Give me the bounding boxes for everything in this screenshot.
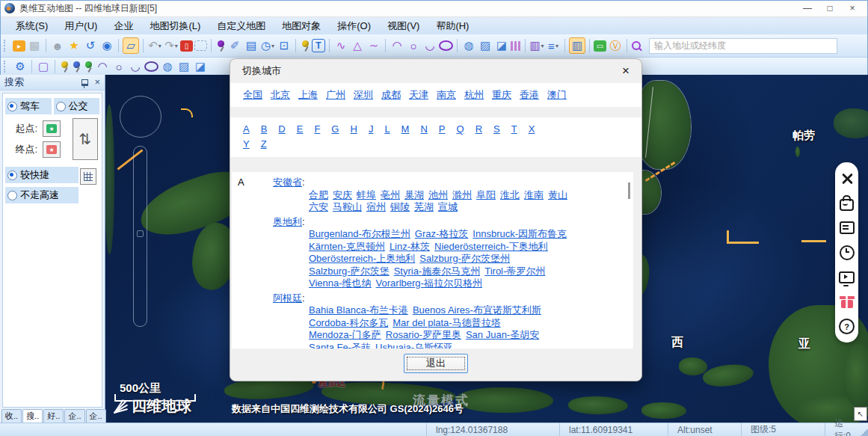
city-link[interactable]: Oberösterreich-上奥地利	[309, 253, 415, 265]
card-button[interactable]	[835, 215, 858, 240]
text-tool-icon[interactable]: T	[312, 39, 325, 52]
city-link[interactable]: 池州	[428, 189, 448, 202]
fill-circle-icon-2[interactable]: ◍	[160, 59, 175, 74]
hot-city-link[interactable]: 北京	[271, 88, 290, 102]
pushpin-blue-icon[interactable]	[71, 61, 81, 73]
arc-icon-2[interactable]: ◠	[95, 59, 110, 74]
menu-item-7[interactable]: 视图(V)	[379, 18, 428, 34]
letter-link[interactable]: E	[297, 123, 304, 135]
document-icon[interactable]: ▢	[36, 59, 51, 74]
letter-link[interactable]: Q	[457, 123, 464, 135]
sidebar-close-icon[interactable]: ×	[94, 78, 100, 87]
letter-link[interactable]: Y	[243, 138, 250, 150]
vip-icon[interactable]: Ⓥ	[608, 38, 623, 53]
letter-link[interactable]: D	[278, 123, 285, 135]
city-link[interactable]: 淮北	[500, 189, 520, 202]
city-link[interactable]: Salzburg-萨尔茨堡	[309, 265, 390, 278]
sidebar-tab-1[interactable]: 搜..	[22, 409, 43, 423]
pin-icon[interactable]	[81, 79, 88, 86]
city-link[interactable]: Kärnten-克恩顿州	[309, 241, 385, 254]
city-link[interactable]: Santa Fe-圣菲	[309, 342, 371, 349]
city-link[interactable]: Niederösterreich-下奥地利	[434, 241, 548, 254]
radio-selected-icon[interactable]	[7, 171, 17, 180]
parallel-lines-icon[interactable]	[511, 41, 513, 51]
panel-active-icon[interactable]: ▥	[569, 37, 585, 54]
menu-item-3[interactable]: 地图切换(L)	[141, 18, 209, 34]
resize-grip-icon[interactable]	[859, 423, 868, 436]
fill-circle-icon[interactable]: ◍	[461, 38, 476, 53]
minimize-button[interactable]: —	[796, 1, 819, 16]
city-link[interactable]: Bahia Blanca-布兰卡港	[309, 304, 408, 317]
route-option-fast[interactable]: 较快捷	[5, 167, 79, 183]
city-link[interactable]: Rosario-罗萨里奥	[386, 329, 461, 342]
region-link[interactable]: 阿根廷	[273, 292, 302, 304]
menu-item-1[interactable]: 用户(U)	[56, 18, 105, 34]
dropdown-arrow-icon[interactable]: ▾	[158, 43, 161, 49]
city-link[interactable]: Graz-格拉茨	[415, 228, 469, 241]
city-link[interactable]: 亳州	[381, 189, 400, 202]
city-link[interactable]: Mar del plata-马德普拉塔	[393, 317, 500, 330]
scrollbar-thumb[interactable]	[628, 182, 630, 199]
hot-city-link[interactable]: 上海	[298, 88, 318, 102]
compass-control[interactable]	[120, 96, 161, 138]
city-link[interactable]: 黄山	[548, 189, 567, 202]
city-link[interactable]: Ushuaia-乌斯怀亚	[375, 342, 453, 349]
city-link[interactable]: Linz-林茨	[390, 241, 430, 254]
dropdown-arrow-icon[interactable]: ▾	[271, 43, 274, 49]
city-link[interactable]: San Juan-圣胡安	[466, 329, 539, 342]
city-link[interactable]: 马鞍山	[333, 201, 362, 214]
pushpin-yellow-icon[interactable]	[59, 61, 70, 73]
end-point-button[interactable]: ★	[43, 141, 61, 158]
menu-item-5[interactable]: 地图对象	[274, 18, 329, 34]
city-link[interactable]: 安庆	[333, 189, 352, 202]
dropdown-arrow-icon[interactable]: ▾	[555, 43, 558, 49]
globe-icon[interactable]: ◉	[99, 38, 114, 53]
sidebar-tab-3[interactable]: 企..	[64, 409, 84, 423]
city-link[interactable]: 淮南	[524, 189, 544, 202]
chat-icon[interactable]: ▭	[594, 40, 606, 52]
menu-item-6[interactable]: 操作(O)	[329, 18, 379, 34]
list-icon[interactable]: ≡▾	[546, 38, 561, 53]
pushpin-green-icon[interactable]	[83, 61, 93, 73]
curve-icon[interactable]: ∼	[366, 38, 381, 53]
fill-polygon-icon[interactable]: ◪	[494, 38, 509, 53]
city-link[interactable]: Burgenland-布尔根兰州	[309, 228, 410, 241]
panel-icon[interactable]: ▥▾	[529, 38, 544, 53]
shop-bag-button[interactable]	[835, 191, 858, 215]
route-icon[interactable]: ↺	[83, 38, 98, 53]
letter-link[interactable]: L	[384, 123, 390, 135]
region-link[interactable]: 安徽省	[273, 176, 302, 188]
city-link[interactable]: Vorarlberg-福拉尔贝格州	[376, 277, 482, 290]
letter-link[interactable]: H	[350, 123, 357, 135]
route-settings-mini-button[interactable]	[80, 168, 96, 185]
swap-points-button[interactable]: ⇅	[73, 118, 98, 160]
zoom-slider[interactable]	[133, 146, 147, 327]
letter-link[interactable]: J	[369, 123, 374, 135]
gift-button[interactable]	[835, 289, 858, 314]
city-link[interactable]: 滁州	[452, 189, 472, 202]
letter-link[interactable]: X	[529, 123, 535, 135]
city-link[interactable]: 铜陵	[390, 201, 410, 214]
close-button[interactable]: ×	[841, 1, 864, 16]
letter-link[interactable]: Z	[261, 138, 267, 150]
city-link[interactable]: Buenos Aires-布宜诺斯艾利斯	[413, 304, 541, 317]
pushpin-icon[interactable]	[300, 40, 310, 52]
fill-square-icon-2[interactable]: ▨	[176, 59, 191, 74]
maximize-button[interactable]: □	[819, 1, 841, 16]
menu-item-0[interactable]: 系统(S)	[7, 18, 56, 34]
city-link[interactable]: 蚌埠	[357, 189, 376, 202]
toolbox-button[interactable]	[835, 166, 858, 191]
clock-button[interactable]	[835, 240, 858, 265]
menu-item-2[interactable]: 企业	[105, 18, 141, 34]
video-monitor-button[interactable]	[835, 265, 858, 289]
menu-item-4[interactable]: 自定义地图	[209, 18, 274, 34]
city-link[interactable]: Styria-施泰尔马克州	[394, 265, 481, 278]
sidebar-tab-0[interactable]: 收..	[1, 409, 22, 423]
hot-city-link[interactable]: 香港	[520, 88, 539, 102]
letter-link[interactable]: B	[261, 123, 268, 135]
hot-city-link[interactable]: 杭州	[464, 88, 484, 102]
toolbar-grip[interactable]	[4, 40, 8, 52]
ruler-icon[interactable]: ▤	[244, 38, 259, 53]
hot-city-link[interactable]: 重庆	[492, 88, 511, 102]
dropdown-arrow-icon[interactable]: ▾	[175, 43, 178, 49]
